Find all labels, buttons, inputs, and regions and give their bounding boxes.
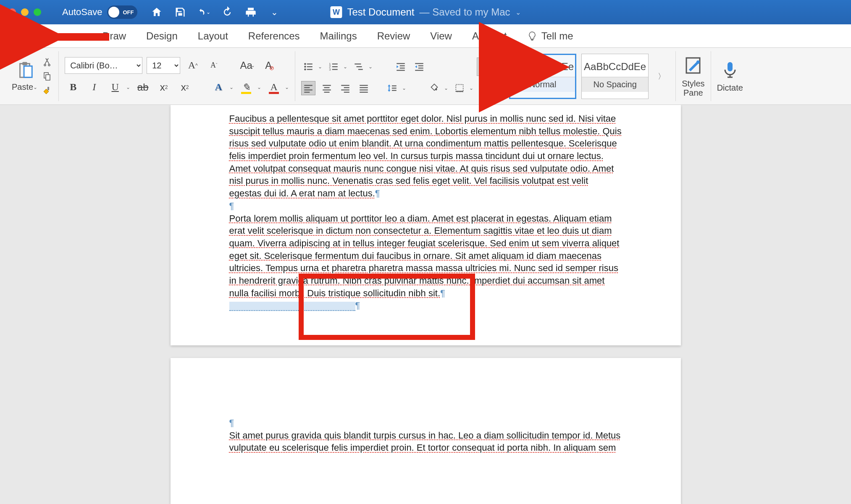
pilcrow-icon: ¶ xyxy=(375,188,380,198)
chevron-down-icon[interactable]: ⌄ xyxy=(126,84,130,90)
copy-button[interactable] xyxy=(42,71,53,82)
cut-button[interactable] xyxy=(42,57,53,68)
font-color-button[interactable]: A xyxy=(265,79,282,96)
justify-button[interactable] xyxy=(357,81,371,95)
subscript-button[interactable]: x2 xyxy=(155,79,172,96)
tab-acrobat[interactable]: Acrobat xyxy=(471,25,508,47)
chevron-down-icon[interactable]: ⌄ xyxy=(229,84,234,90)
styles-pane-button[interactable]: StylesPane xyxy=(682,55,704,97)
paste-button[interactable]: Paste⌄ xyxy=(12,60,37,92)
dictate-group: Dictate xyxy=(711,51,749,101)
shrink-font-button[interactable]: Aˇ xyxy=(205,57,222,74)
svg-rect-26 xyxy=(418,65,423,66)
tab-home[interactable]: Home xyxy=(9,24,38,47)
italic-button[interactable]: I xyxy=(86,79,102,96)
svg-rect-40 xyxy=(344,91,349,92)
font-name-select[interactable]: Calibri (Bo… xyxy=(65,57,142,74)
toggle-knob xyxy=(108,7,119,18)
svg-rect-23 xyxy=(400,68,405,68)
strikethrough-button[interactable]: ab xyxy=(134,79,151,96)
chevron-down-icon: ⌄ xyxy=(515,8,521,16)
tab-review[interactable]: Review xyxy=(376,25,411,47)
svg-rect-11 xyxy=(307,69,313,70)
autosave-toggle[interactable]: AutoSave OFF xyxy=(62,5,137,19)
chevron-down-icon[interactable]: ⌄ xyxy=(257,84,261,90)
borders-button[interactable] xyxy=(452,81,467,95)
svg-point-6 xyxy=(304,63,306,65)
tell-me-search[interactable]: Tell me xyxy=(526,25,574,47)
style-label: No Spacing xyxy=(582,77,648,92)
increase-indent-button[interactable] xyxy=(412,60,426,74)
print-icon[interactable] xyxy=(244,5,257,19)
document-page-2[interactable]: ¶ Sit amet purus gravida quis blandit tu… xyxy=(171,358,681,504)
quick-access-toolbar: ⌄ ⌄ xyxy=(150,5,281,19)
line-spacing-button[interactable] xyxy=(385,81,399,95)
svg-rect-17 xyxy=(332,69,338,70)
tab-view[interactable]: View xyxy=(429,25,453,47)
svg-rect-52 xyxy=(728,62,733,71)
svg-rect-49 xyxy=(456,91,463,91)
ribbon-toolbar: Paste⌄ Calibri (Bo… 12 A^ Aˇ Aa⌄ A⊘ B xyxy=(0,48,851,105)
shading-button[interactable] xyxy=(427,81,441,95)
change-case-button[interactable]: Aa⌄ xyxy=(239,57,256,74)
svg-rect-44 xyxy=(360,91,368,92)
maximize-window-button[interactable] xyxy=(34,8,41,16)
svg-text:3: 3 xyxy=(329,67,331,71)
svg-rect-47 xyxy=(392,90,397,91)
tab-references[interactable]: References xyxy=(247,25,301,47)
svg-rect-42 xyxy=(360,87,368,88)
pilcrow-icon: ¶ xyxy=(229,201,234,211)
chevron-down-icon[interactable]: ⌄ xyxy=(285,84,289,90)
svg-rect-48 xyxy=(456,84,463,91)
svg-rect-37 xyxy=(341,85,349,86)
repeat-icon[interactable] xyxy=(221,5,234,19)
clear-formatting-button[interactable]: A⊘ xyxy=(260,57,277,74)
svg-rect-29 xyxy=(304,85,313,86)
save-icon[interactable] xyxy=(173,5,187,19)
svg-rect-39 xyxy=(341,89,349,90)
undo-icon[interactable]: ⌄ xyxy=(197,5,210,19)
text-effects-button[interactable]: A xyxy=(210,79,227,96)
style-preview: AaBbCcDdEe xyxy=(584,61,646,73)
minimize-window-button[interactable] xyxy=(21,8,29,16)
annotation-arrow-pilcrow xyxy=(487,59,563,77)
styles-pane-icon xyxy=(683,55,703,76)
multilevel-list-button[interactable] xyxy=(352,60,366,74)
underline-button[interactable]: U xyxy=(107,79,123,96)
svg-rect-9 xyxy=(307,66,313,67)
svg-point-8 xyxy=(304,65,306,67)
tab-mailings[interactable]: Mailings xyxy=(319,25,358,47)
highlight-button[interactable]: ✎ xyxy=(238,79,255,96)
styles-gallery-expand[interactable]: 〉 xyxy=(654,71,670,81)
grow-font-button[interactable]: A^ xyxy=(184,57,201,74)
font-size-select[interactable]: 12 xyxy=(147,57,180,74)
dictate-button[interactable]: Dictate xyxy=(717,60,743,93)
align-left-button[interactable] xyxy=(301,81,315,95)
chevron-down-icon: ⌄ xyxy=(33,84,37,90)
paragraph-3[interactable]: Sit amet purus gravida quis blandit turp… xyxy=(229,429,622,454)
align-right-button[interactable] xyxy=(338,81,352,95)
customize-qat-icon[interactable]: ⌄ xyxy=(268,5,281,19)
format-painter-button[interactable] xyxy=(42,85,53,96)
align-center-button[interactable] xyxy=(320,81,334,95)
autosave-switch[interactable]: OFF xyxy=(107,5,137,19)
close-window-button[interactable] xyxy=(8,8,16,16)
save-status: — Saved to my Mac xyxy=(420,6,510,18)
autosave-label: AutoSave xyxy=(62,7,102,18)
superscript-button[interactable]: x2 xyxy=(176,79,193,96)
home-icon[interactable] xyxy=(150,5,163,19)
svg-rect-43 xyxy=(360,89,368,90)
style-no-spacing[interactable]: AaBbCcDdEe No Spacing xyxy=(581,54,649,99)
document-title[interactable]: W Test Document — Saved to my Mac ⌄ xyxy=(330,6,520,18)
paragraph-1[interactable]: Faucibus a pellentesque sit amet porttit… xyxy=(229,112,622,200)
bold-button[interactable]: B xyxy=(65,79,81,96)
decrease-indent-button[interactable] xyxy=(394,60,408,74)
tab-layout[interactable]: Layout xyxy=(197,25,229,47)
svg-rect-34 xyxy=(324,87,330,88)
numbering-button[interactable]: 123 xyxy=(326,60,341,74)
titlebar: AutoSave OFF ⌄ ⌄ W Test Document — Saved… xyxy=(0,0,851,24)
bullets-button[interactable] xyxy=(301,60,315,74)
svg-rect-35 xyxy=(323,89,331,90)
svg-rect-4 xyxy=(46,75,50,80)
tab-design[interactable]: Design xyxy=(145,25,179,47)
